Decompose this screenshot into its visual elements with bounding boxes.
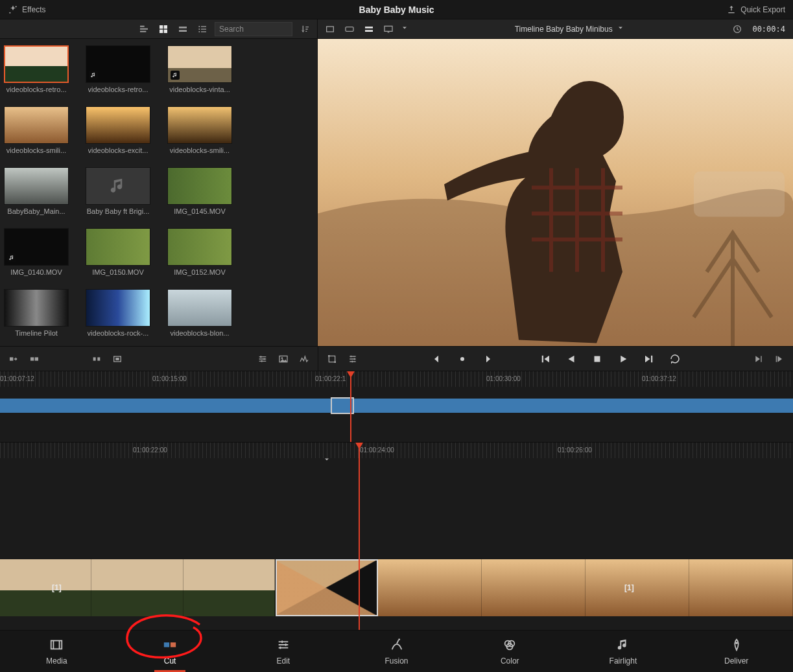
timeline-picker[interactable]: [617, 24, 624, 34]
tools-button[interactable]: [255, 352, 270, 366]
clip-item[interactable]: IMG_0145.MOV: [166, 167, 233, 215]
page-tab-cut[interactable]: Cut: [113, 631, 227, 672]
clip-thumb[interactable]: [4, 289, 69, 327]
svg-rect-14: [201, 29, 206, 29]
viewer-mode-source[interactable]: [323, 22, 337, 36]
overview-ruler[interactable]: 01:00:07:1201:00:15:0001:00:22:101:00:30…: [0, 371, 793, 387]
effects-label: Effects: [22, 5, 45, 14]
clip-name: videoblocks-vinta...: [169, 86, 230, 93]
clip-item[interactable]: videoblocks-blon...: [166, 289, 233, 337]
close-up-button[interactable]: [110, 352, 124, 366]
clip-item[interactable]: videoblocks-rock-...: [84, 289, 152, 337]
clip-item[interactable]: Baby Baby ft Brigi...: [84, 167, 152, 215]
clip-segment[interactable]: [1]: [378, 559, 793, 616]
clip-thumb[interactable]: [167, 289, 232, 327]
clip-item[interactable]: IMG_0152.MOV: [166, 228, 233, 276]
transform-button[interactable]: [325, 352, 339, 366]
clip-thumb[interactable]: [86, 289, 150, 327]
sparkle-icon: [8, 5, 18, 15]
view-thumb-button[interactable]: [156, 22, 171, 36]
viewer-image[interactable]: [318, 39, 793, 346]
clip-thumb[interactable]: [4, 167, 69, 205]
clip-item[interactable]: videoblocks-excit...: [84, 106, 152, 154]
clip-thumb[interactable]: [86, 45, 150, 83]
clip-item[interactable]: videoblocks-retro...: [3, 45, 70, 93]
clip-thumb[interactable]: [86, 106, 150, 144]
cut-icon: [163, 638, 177, 654]
page-tab-edit[interactable]: Edit: [226, 631, 340, 672]
image-button[interactable]: [276, 352, 290, 366]
clip-thumb[interactable]: [4, 45, 69, 83]
viewer-mode-tape[interactable]: [342, 22, 357, 36]
view-strip-button[interactable]: [176, 22, 190, 36]
clip-grid[interactable]: videoblocks-retro...videoblocks-retro...…: [0, 39, 317, 346]
video-track[interactable]: [1][1]: [0, 559, 793, 616]
view-list-button[interactable]: [195, 22, 209, 36]
smart-insert-button[interactable]: [6, 352, 21, 366]
timeline-overview[interactable]: 01:00:07:1201:00:15:0001:00:22:101:00:30…: [0, 371, 793, 443]
clip-item[interactable]: BabyBaby_Main...: [3, 167, 70, 215]
clip-item[interactable]: IMG_0140.MOV: [3, 228, 70, 276]
svg-rect-18: [346, 27, 353, 31]
ripple-button[interactable]: [89, 352, 104, 366]
go-end-button[interactable]: [642, 352, 656, 366]
clip-item[interactable]: Timeline Pilot: [3, 289, 70, 337]
detail-playhead[interactable]: [359, 443, 360, 630]
clip-thumb[interactable]: [167, 106, 232, 144]
timeline-detail[interactable]: 01:00:22:0001:00:24:0001:00:26:00 [1][1]: [0, 443, 793, 631]
go-start-button[interactable]: [538, 352, 552, 366]
clip-item[interactable]: videoblocks-vinta...: [166, 45, 233, 93]
scopes-button[interactable]: [297, 352, 311, 366]
jog-prev-button[interactable]: [429, 352, 444, 366]
loop-button[interactable]: [668, 352, 682, 366]
overview-track[interactable]: [0, 399, 793, 413]
viewer-safe-area[interactable]: [381, 22, 396, 36]
clip-thumb[interactable]: [167, 45, 232, 83]
clip-thumb[interactable]: [167, 167, 232, 205]
jog-next-button[interactable]: [481, 352, 495, 366]
clip-thumb[interactable]: [4, 228, 69, 266]
edit-chevron[interactable]: [323, 456, 331, 465]
page-tab-fusion[interactable]: Fusion: [340, 631, 453, 672]
overview-playhead[interactable]: [350, 371, 351, 442]
clip-thumb[interactable]: [4, 106, 69, 144]
effects-button[interactable]: Effects: [4, 3, 49, 16]
timeline-name[interactable]: Timeline Baby Baby Minibus: [515, 25, 613, 34]
page-tab-media[interactable]: Media: [0, 631, 113, 672]
svg-point-50: [460, 357, 464, 361]
chevron-down-icon: [617, 24, 624, 32]
viewer-mode-timeline[interactable]: [362, 22, 376, 36]
next-edit-button[interactable]: [772, 352, 787, 366]
page-tab-fairlight[interactable]: Fairlight: [567, 631, 680, 672]
clip-item[interactable]: IMG_0150.MOV: [84, 228, 152, 276]
append-button[interactable]: [27, 352, 41, 366]
timecode-mode[interactable]: [730, 22, 744, 36]
crop-adjust-button[interactable]: [346, 352, 360, 366]
jog-dot-button[interactable]: [455, 352, 469, 366]
sort-button[interactable]: [298, 22, 312, 36]
clip-thumb[interactable]: [86, 167, 150, 205]
strip-icon: [178, 24, 188, 34]
detail-ruler[interactable]: 01:00:22:0001:00:24:0001:00:26:00: [0, 443, 793, 458]
stop-button[interactable]: [590, 352, 604, 366]
search-input[interactable]: [215, 22, 292, 36]
viewer-mode-menu[interactable]: [401, 24, 408, 34]
quick-export-button[interactable]: Quick Export: [722, 3, 789, 16]
clip-item[interactable]: videoblocks-smili...: [166, 106, 233, 154]
viewer-timecode[interactable]: 00:00:4: [750, 25, 788, 34]
clip-segment[interactable]: [1]: [0, 559, 276, 616]
clip-item[interactable]: videoblocks-smili...: [3, 106, 70, 154]
svg-rect-21: [385, 26, 392, 31]
close-up-icon: [112, 354, 123, 364]
play-reverse-button[interactable]: [564, 352, 578, 366]
clip-item[interactable]: videoblocks-retro...: [84, 45, 152, 93]
clip-thumb[interactable]: [167, 228, 232, 266]
view-metadata-button[interactable]: [137, 22, 151, 36]
page-tab-color[interactable]: Color: [453, 631, 567, 672]
page-tab-deliver[interactable]: Deliver: [680, 631, 793, 672]
next-clip-button[interactable]: [752, 352, 766, 366]
svg-rect-48: [354, 358, 355, 360]
transition-segment[interactable]: [276, 559, 378, 616]
clip-thumb[interactable]: [86, 228, 150, 266]
play-button[interactable]: [616, 352, 630, 366]
